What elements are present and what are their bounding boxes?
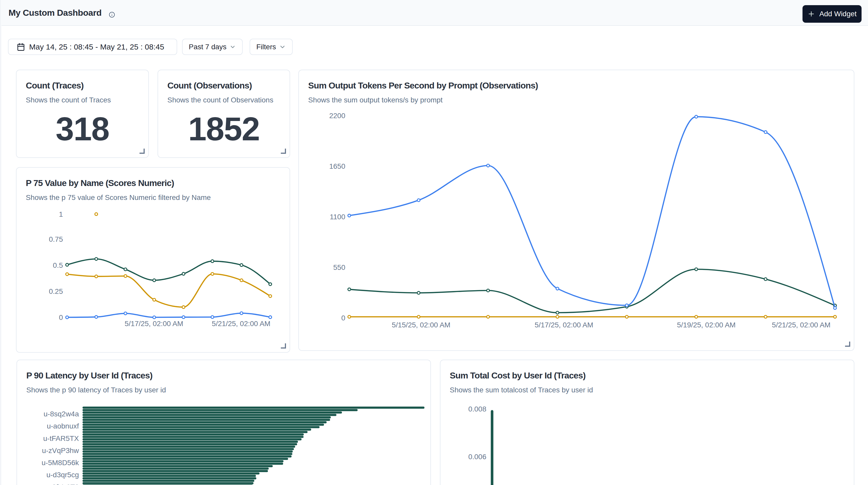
svg-text:550: 550 bbox=[333, 263, 345, 271]
svg-text:5/15/25, 02:00 AM: 5/15/25, 02:00 AM bbox=[392, 321, 450, 329]
svg-text:1650: 1650 bbox=[329, 162, 345, 170]
svg-text:u-8fVa9T3: u-8fVa9T3 bbox=[45, 483, 79, 485]
svg-text:0.75: 0.75 bbox=[49, 235, 63, 243]
svg-text:5/21/25, 02:00 AM: 5/21/25, 02:00 AM bbox=[212, 320, 270, 328]
svg-text:5/17/25, 02:00 AM: 5/17/25, 02:00 AM bbox=[125, 320, 183, 328]
svg-text:u-8sq2w4a: u-8sq2w4a bbox=[43, 410, 79, 418]
svg-text:u-tFAR5TX: u-tFAR5TX bbox=[43, 434, 79, 443]
svg-text:0: 0 bbox=[341, 314, 345, 322]
svg-text:0.008: 0.008 bbox=[468, 405, 486, 413]
svg-text:u-5M8D56k: u-5M8D56k bbox=[41, 459, 79, 467]
svg-text:1100: 1100 bbox=[330, 213, 345, 221]
svg-text:u-aobnuxf: u-aobnuxf bbox=[47, 422, 79, 430]
svg-text:5/21/25, 02:00 AM: 5/21/25, 02:00 AM bbox=[772, 321, 830, 329]
svg-text:5/17/25, 02:00 AM: 5/17/25, 02:00 AM bbox=[534, 321, 593, 329]
svg-text:u-d3qr5cg: u-d3qr5cg bbox=[46, 471, 79, 479]
svg-text:5/19/25, 02:00 AM: 5/19/25, 02:00 AM bbox=[677, 321, 736, 329]
svg-text:0.006: 0.006 bbox=[468, 453, 486, 461]
svg-text:0.5: 0.5 bbox=[53, 261, 63, 269]
svg-text:1: 1 bbox=[59, 210, 63, 218]
svg-text:u-zVqP3hw: u-zVqP3hw bbox=[42, 447, 79, 455]
svg-text:0.25: 0.25 bbox=[49, 287, 63, 295]
svg-text:0: 0 bbox=[59, 313, 63, 322]
svg-text:2200: 2200 bbox=[329, 112, 345, 120]
